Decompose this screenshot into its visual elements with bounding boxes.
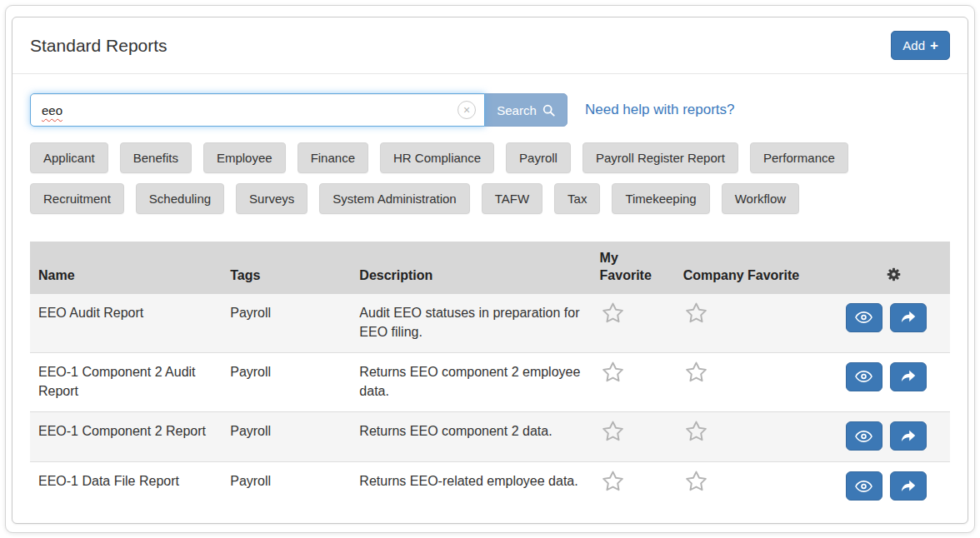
report-name-cell: EEO-1 Component 2 Report (30, 412, 222, 462)
report-description-cell: Returns EEO-related employee data. (351, 462, 591, 512)
tag-filter-employee[interactable]: Employee (203, 142, 286, 173)
tag-filter-system-administration[interactable]: System Administration (319, 183, 469, 214)
tag-filter-payroll[interactable]: Payroll (506, 142, 571, 173)
plus-icon: + (930, 40, 938, 52)
table-row: EEO-1 Component 2 Audit Report Payroll R… (30, 352, 950, 411)
tag-filter-finance[interactable]: Finance (298, 142, 368, 173)
column-header-my-favorite: My Favorite (592, 242, 675, 294)
share-arrow-icon (901, 370, 916, 383)
magnifier-icon (542, 104, 555, 117)
eye-icon (855, 480, 872, 493)
tag-filter-payroll-register-report[interactable]: Payroll Register Report (582, 142, 738, 173)
eye-icon (855, 311, 872, 324)
search-button[interactable]: Search (484, 93, 568, 127)
eye-icon (855, 430, 872, 443)
add-button-label: Add (902, 38, 925, 52)
gear-icon[interactable] (887, 267, 901, 281)
column-header-settings (838, 242, 950, 294)
table-row: EEO-1 Data File Report Payroll Returns E… (30, 462, 950, 512)
reports-table: Name Tags Description My Favorite Compan… (30, 242, 950, 511)
panel-header: Standard Reports Add + (12, 17, 968, 74)
report-name-cell: EEO Audit Report (30, 294, 222, 353)
share-arrow-icon (901, 480, 916, 493)
tag-filter-surveys[interactable]: Surveys (236, 183, 308, 214)
company-favorite-star[interactable] (683, 419, 709, 445)
tag-filter-applicant[interactable]: Applicant (30, 142, 108, 173)
report-tags-cell: Payroll (222, 462, 351, 512)
run-report-button[interactable] (890, 471, 927, 501)
report-tags-cell: Payroll (222, 352, 351, 411)
tag-filter-benefits[interactable]: Benefits (120, 142, 192, 173)
tag-filter-tafw[interactable]: TAFW (482, 183, 542, 214)
tag-filter-tax[interactable]: Tax (554, 183, 600, 214)
my-favorite-star[interactable] (600, 301, 626, 326)
add-report-button[interactable]: Add + (891, 31, 950, 60)
company-favorite-star[interactable] (683, 301, 709, 326)
tag-filter-scheduling[interactable]: Scheduling (136, 183, 224, 214)
view-report-button[interactable] (846, 421, 882, 451)
view-report-button[interactable] (846, 471, 882, 501)
run-report-button[interactable] (890, 421, 927, 451)
page-title: Standard Reports (30, 36, 168, 56)
column-header-description: Description (351, 242, 591, 294)
search-input[interactable]: eeo × (30, 93, 485, 127)
report-tags-cell: Payroll (222, 412, 351, 462)
report-name-cell: EEO-1 Component 2 Audit Report (30, 352, 222, 411)
view-report-button[interactable] (846, 303, 882, 332)
tag-filter-bar: Applicant Benefits Employee Finance HR C… (30, 142, 880, 214)
table-row: EEO Audit Report Payroll Audit EEO statu… (30, 294, 950, 353)
company-favorite-star[interactable] (683, 360, 709, 386)
column-header-name: Name (30, 242, 222, 294)
search-input-value: eeo (42, 103, 62, 117)
search-input-group: eeo × Search (30, 93, 568, 127)
tag-filter-timekeeping[interactable]: Timekeeping (612, 183, 709, 214)
tag-filter-workflow[interactable]: Workflow (722, 183, 799, 214)
reports-help-link[interactable]: Need help with reports? (585, 102, 735, 118)
tag-filter-hr-compliance[interactable]: HR Compliance (380, 142, 494, 173)
standard-reports-panel: Standard Reports Add + eeo × Search (12, 17, 968, 524)
report-description-cell: Audit EEO statuses in preparation for EE… (351, 294, 591, 353)
share-arrow-icon (901, 311, 916, 324)
report-name-cell: EEO-1 Data File Report (30, 462, 222, 512)
run-report-button[interactable] (890, 303, 927, 332)
my-favorite-star[interactable] (600, 469, 626, 495)
my-favorite-star[interactable] (600, 419, 626, 445)
panel-body: eeo × Search Need help with reports? App… (12, 74, 968, 511)
tag-filter-performance[interactable]: Performance (750, 142, 848, 173)
my-favorite-star[interactable] (600, 360, 626, 386)
company-favorite-star[interactable] (683, 469, 709, 495)
column-header-company-favorite: Company Favorite (675, 242, 838, 294)
report-description-cell: Returns EEO component 2 employee data. (351, 352, 591, 411)
window-frame: Standard Reports Add + eeo × Search (5, 5, 975, 533)
report-tags-cell: Payroll (222, 294, 351, 353)
table-header-row: Name Tags Description My Favorite Compan… (30, 242, 950, 294)
report-description-cell: Returns EEO component 2 data. (351, 412, 591, 462)
eye-icon (855, 370, 872, 383)
search-button-label: Search (497, 103, 537, 117)
table-row: EEO-1 Component 2 Report Payroll Returns… (30, 412, 950, 462)
tag-filter-recruitment[interactable]: Recruitment (30, 183, 124, 214)
run-report-button[interactable] (890, 362, 927, 391)
view-report-button[interactable] (846, 362, 882, 391)
clear-search-icon[interactable]: × (458, 101, 476, 119)
search-row: eeo × Search Need help with reports? (30, 93, 950, 127)
column-header-tags: Tags (222, 242, 351, 294)
share-arrow-icon (901, 430, 916, 443)
